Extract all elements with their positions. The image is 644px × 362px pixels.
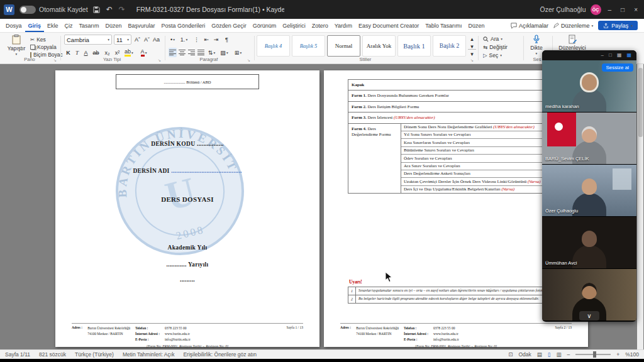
decrease-indent-button[interactable]: ⇤ — [203, 35, 211, 44]
clipboard-dialog-launcher[interactable]: ↘ — [53, 58, 57, 62]
italic-button[interactable]: T — [73, 48, 81, 57]
footer-address: Bartın Üniversitesi Rektörlüğü74100 Merk… — [356, 326, 399, 337]
ribbon-tab[interactable]: Tablo Tasarımı — [422, 19, 465, 32]
align-left-button[interactable] — [169, 48, 177, 57]
shrink-font-button[interactable]: Aˇ — [143, 35, 151, 44]
collapse-panel-button[interactable]: ∨ — [579, 311, 599, 321]
font-size-combo[interactable]: 11▾ — [114, 35, 131, 45]
ribbon-tab[interactable]: Tasarım — [76, 19, 103, 32]
user-avatar[interactable]: ÖÇ — [591, 4, 601, 15]
superscript-button[interactable]: x² — [113, 48, 121, 57]
undo-icon[interactable]: ↶ — [106, 5, 113, 14]
ribbon-tab[interactable]: Görünüm — [250, 19, 280, 32]
participant-tile[interactable]: Ümmühan Avci — [542, 217, 636, 269]
footer-address: Bartın Üniversitesi Rektörlüğü74100 Merk… — [87, 326, 130, 337]
highlight-color-button[interactable]: ab▾ — [125, 48, 133, 57]
autosave-toggle[interactable] — [19, 6, 36, 14]
numbering-button[interactable]: 1.▾ — [180, 35, 188, 44]
strikethrough-button[interactable]: ab — [92, 48, 100, 57]
ribbon-tab[interactable]: Çiz — [62, 19, 76, 32]
read-mode-icon[interactable]: ▤ — [537, 351, 542, 358]
document-page-1[interactable]: ..................... Bölümü / ABD BARTI… — [55, 70, 319, 347]
zoom-out-button[interactable]: – — [567, 351, 570, 358]
meeting-minimize-icon[interactable]: – — [601, 53, 604, 58]
editor-button[interactable]: Düzenleyici — [556, 35, 589, 51]
window-maximize-icon[interactable]: □ — [618, 6, 627, 13]
align-center-button[interactable] — [178, 48, 186, 57]
cut-button[interactable]: ✂Kes — [30, 36, 46, 43]
bold-button[interactable]: K — [64, 48, 72, 57]
justify-button[interactable] — [197, 48, 205, 57]
meeting-apps-icon[interactable]: ▦ — [626, 53, 631, 58]
save-icon[interactable] — [93, 6, 100, 13]
replace-button[interactable]: ⇆Değiştir — [483, 44, 508, 50]
subscript-button[interactable]: x₂ — [103, 48, 111, 57]
show-marks-button[interactable]: ¶ — [223, 35, 231, 44]
ribbon-tab[interactable]: Zotero — [309, 19, 331, 32]
font-name-combo[interactable]: Cambria▾ — [64, 35, 112, 45]
grow-font-button[interactable]: Aˆ — [133, 35, 142, 44]
ribbon-tab[interactable]: Yardım — [331, 19, 355, 32]
window-minimize-icon[interactable]: – — [606, 6, 614, 13]
line-spacing-button[interactable]: ⇅▾ — [208, 48, 216, 57]
ribbon-tab[interactable]: Düzen — [465, 19, 488, 32]
increase-indent-button[interactable]: ⇥ — [212, 35, 220, 44]
comments-button[interactable]: Açıklamalar — [511, 23, 548, 29]
styles-dialog-launcher[interactable]: ↘ — [470, 58, 474, 62]
paste-button[interactable]: Yapıştır ▾ — [5, 35, 28, 56]
status-language[interactable]: Türkçe (Türkiye) — [75, 351, 114, 358]
style-card[interactable]: Başlık 2 — [433, 35, 466, 57]
zoom-percent[interactable]: %100 — [625, 351, 639, 358]
style-card[interactable]: Başlık 1 — [397, 35, 431, 57]
copy-button[interactable]: Kopyala — [30, 44, 57, 50]
ribbon-tab[interactable]: Posta Gönderileri — [158, 19, 209, 32]
style-card[interactable]: Başlık 5 — [292, 35, 325, 57]
ribbon-tab[interactable]: Düzen — [103, 19, 125, 32]
ribbon-tab[interactable]: Gözden Geçir — [208, 19, 250, 32]
ribbon-tab[interactable]: Ekle — [44, 19, 62, 32]
zoom-slider-thumb[interactable] — [593, 351, 596, 358]
borders-button[interactable]: ⊞▾ — [234, 48, 242, 57]
redo-icon[interactable]: ↷ — [119, 5, 125, 14]
status-word-count[interactable]: 821 sözcük — [39, 351, 66, 358]
change-case-button[interactable]: Aa — [152, 35, 160, 44]
vertical-scrollbar[interactable] — [637, 64, 643, 349]
ribbon-tab[interactable]: Başvurular — [125, 19, 158, 32]
status-page-count[interactable]: Sayfa 1/11 — [5, 351, 30, 358]
shading-button[interactable]: ▨▾ — [220, 48, 228, 57]
select-button[interactable]: ▷Seç▾ — [483, 52, 502, 58]
underline-button[interactable]: A — [82, 48, 90, 57]
paragraph-dialog-launcher[interactable]: ↘ — [247, 58, 250, 62]
ribbon-tab[interactable]: Geliştirici — [279, 19, 309, 32]
find-button[interactable]: Ara▾ — [483, 36, 502, 42]
style-card[interactable]: Aralık Yok — [362, 35, 396, 57]
participant-tile[interactable]: BARÜ_Sevim ÇELİK — [542, 112, 636, 165]
autosave-control[interactable]: Otomatik Kaydet — [19, 6, 88, 14]
zoom-in-button[interactable]: + — [616, 351, 619, 358]
user-name[interactable]: Özer Çulhaoğlu — [540, 6, 586, 13]
mute-button[interactable]: Sessize al — [602, 63, 633, 72]
print-layout-icon[interactable]: ▯ — [548, 351, 551, 358]
meeting-gallery-view-icon[interactable]: ▦ — [617, 53, 622, 58]
multilevel-list-button[interactable]: ⋮ — [192, 35, 201, 44]
status-accessibility[interactable]: Erişilebilirlik: Önerilere göz atın — [183, 351, 257, 358]
meeting-maximize-icon[interactable]: □ — [609, 53, 612, 58]
ribbon-tab[interactable]: Giriş — [25, 19, 45, 32]
style-card[interactable]: Normal — [327, 35, 360, 57]
status-text-predictions[interactable]: Metin Tahminleri: Açık — [123, 351, 175, 358]
font-dialog-launcher[interactable]: ↘ — [158, 58, 161, 62]
participant-tile[interactable]: Özer Çulhaoglu — [542, 165, 636, 217]
window-close-icon[interactable]: × — [631, 6, 640, 13]
focus-mode-button[interactable]: Odak — [518, 351, 531, 358]
share-button[interactable]: Paylaş ▾ — [598, 21, 638, 30]
ribbon-tab[interactable]: Easy Document Creator — [355, 19, 422, 32]
style-card[interactable]: Başlık 4 — [257, 35, 290, 57]
font-color-button[interactable]: A▾ — [140, 48, 148, 57]
web-layout-icon[interactable]: ▥ — [557, 351, 562, 358]
scrollbar-thumb[interactable] — [638, 68, 643, 137]
ribbon-tab[interactable]: Dosya — [3, 19, 25, 32]
editing-mode-button[interactable]: Düzenleme ▾ — [553, 23, 593, 29]
zoom-slider[interactable] — [575, 354, 611, 355]
align-right-button[interactable] — [187, 48, 196, 57]
bullets-button[interactable]: •▾ — [169, 35, 177, 44]
